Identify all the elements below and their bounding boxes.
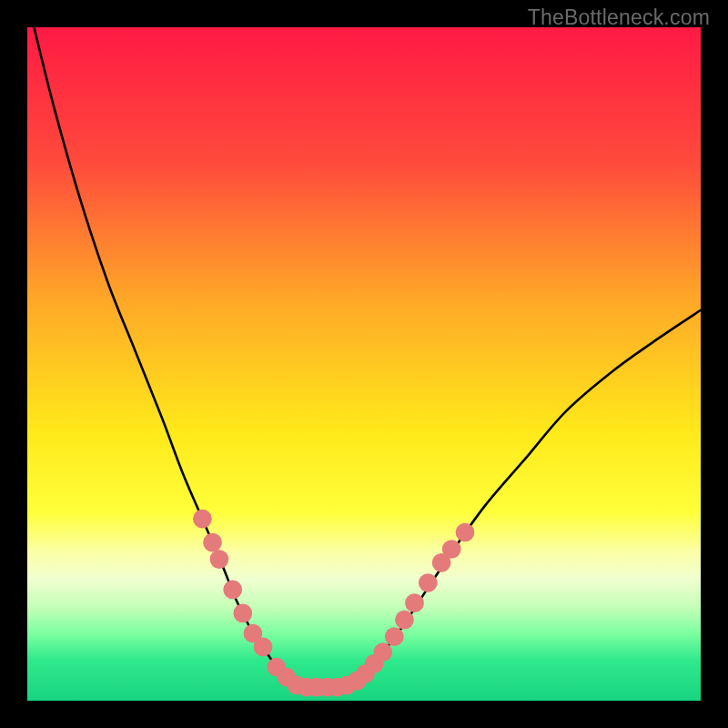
watermark-text: TheBottleneck.com — [528, 5, 710, 30]
data-marker — [456, 523, 475, 542]
data-markers — [193, 510, 474, 697]
data-marker — [233, 603, 252, 622]
data-marker — [373, 642, 392, 662]
data-marker — [203, 533, 222, 552]
data-marker — [193, 510, 212, 529]
data-marker — [395, 611, 414, 630]
data-marker — [385, 627, 404, 646]
data-marker — [419, 573, 438, 592]
curve-layer — [27, 27, 701, 701]
chart-frame: TheBottleneck.com — [0, 0, 728, 728]
plot-area — [27, 27, 701, 701]
data-marker — [210, 550, 229, 569]
bottleneck-curve — [34, 27, 701, 688]
data-marker — [442, 540, 461, 559]
data-marker — [254, 637, 273, 656]
data-marker — [223, 581, 242, 600]
data-marker — [405, 593, 424, 612]
